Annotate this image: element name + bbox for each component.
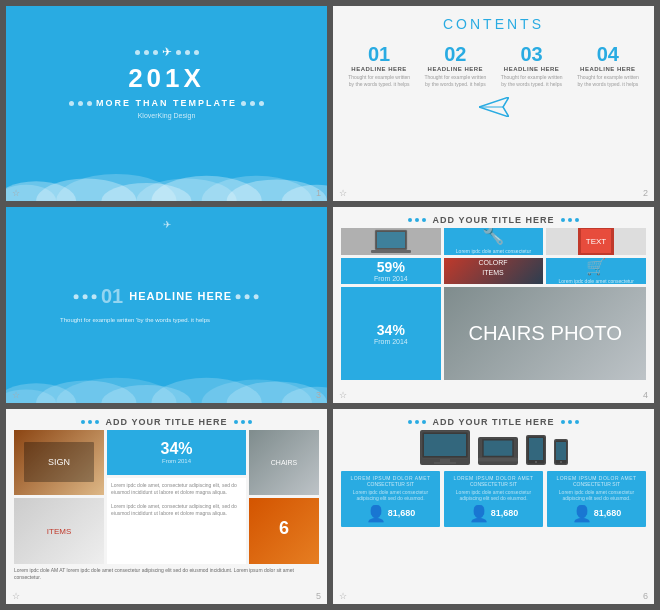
slides-grid: ✈ 201X MORE THAN TEMPLATE KloverKing Des… (0, 0, 660, 610)
deco-dot (422, 218, 426, 222)
stat-59-from: From 2014 (374, 275, 408, 282)
slide2-plane (343, 97, 644, 121)
slide3-dots: 01 HEADLINE HERE (30, 285, 303, 308)
dot (135, 50, 140, 55)
content-num-2: 02 (421, 44, 489, 64)
slide5-body-text: Lorem ipdc dole amet, consectetur adipis… (107, 478, 246, 564)
star-icon: ☆ (12, 390, 20, 400)
svg-text:ITEMS: ITEMS (47, 527, 71, 536)
svg-text:TEXT: TEXT (586, 237, 607, 246)
star-icon: ☆ (339, 188, 347, 198)
slide1-brand: KloverKing Design (6, 112, 327, 119)
shop-text: Lorem ipdc dole amet consectetur (555, 278, 636, 284)
content-desc-3: Thought for example written by the words… (498, 74, 566, 87)
content-headline-1: HEADLINE HERE (345, 66, 413, 72)
svg-text:SIGN: SIGN (48, 457, 70, 467)
deco-dot (415, 420, 419, 424)
slide5-middle-col: 34% From 2014 Lorem ipdc dole amet, cons… (107, 430, 246, 564)
deco-dot (575, 218, 579, 222)
stat2-label: LOREM IPSUM DOLOR AMET (448, 475, 539, 481)
slide4-img-shop: 🛒 Lorem ipdc dole amet consectetur (546, 258, 646, 284)
star-icon: ☆ (339, 390, 347, 400)
deco-dot (561, 218, 565, 222)
shop-icon: 🛒 (586, 258, 606, 277)
slide4-img-items: COLORF ITEMS (444, 258, 544, 284)
slide4-img-laptop (341, 228, 441, 254)
slide6-title: ADD YOUR TITLE HERE (433, 417, 555, 427)
content-item-1: 01 HEADLINE HERE Thought for example wri… (343, 40, 415, 91)
slide5-bottom-text: Lorem ipdc dole AM AT lorem ipdc dole am… (14, 567, 319, 581)
slide-4[interactable]: ADD YOUR TITLE HERE 🔧 Lorem ipdc dole am… (333, 207, 654, 402)
stat1-value: 81,680 (388, 508, 416, 518)
slide-2[interactable]: CONTENTS 01 HEADLINE HERE Thought for ex… (333, 6, 654, 201)
slide-3[interactable]: ✈ 01 HEADLINE HERE Thought for example w… (6, 207, 327, 402)
content-item-4: 04 HEADLINE HERE Thought for example wri… (572, 40, 644, 91)
deco-dot (88, 420, 92, 424)
stat2-value: 81,680 (491, 508, 519, 518)
slide4-title: ADD YOUR TITLE HERE (433, 215, 555, 225)
svg-rect-40 (483, 440, 512, 455)
slide5-img-num: 6 (249, 498, 319, 564)
dot (153, 50, 158, 55)
dot (92, 294, 97, 299)
slide1-title-area: ✈ 201X MORE THAN TEMPLATE KloverKing Des… (6, 41, 327, 119)
dot (245, 294, 250, 299)
slide5-stat-from: From 2014 (162, 458, 191, 464)
slide-number: 4 (643, 390, 648, 400)
stat1-sub: CONSECTETUR SIT (345, 481, 436, 487)
dot (144, 50, 149, 55)
stat3-label: LOREM IPSUM DOLOR AMET (551, 475, 642, 481)
svg-text:6: 6 (279, 518, 289, 538)
device-laptop (478, 437, 518, 465)
svg-rect-23 (371, 250, 411, 253)
svg-rect-38 (434, 462, 456, 464)
deco-dot (568, 218, 572, 222)
svg-text:COLORF: COLORF (479, 259, 508, 266)
slide6-stats-row: LOREM IPSUM DOLOR AMET CONSECTETUR SIT L… (341, 471, 646, 527)
dot (259, 101, 264, 106)
slide-number: 2 (643, 188, 648, 198)
slide4-image-grid: 🔧 Lorem ipdc dole amet consectetur adipi… (341, 228, 646, 379)
svg-rect-22 (377, 232, 405, 248)
stat2-sub: CONSECTETUR SIT (448, 481, 539, 487)
tools-text: Lorem ipdc dole amet consectetur adipisc… (444, 248, 544, 255)
slide4-img-stat-34: 34% From 2014 (341, 287, 441, 380)
person-icon: 👤 (469, 504, 489, 523)
slide5-main-content: SIGN ITEMS 34% From 2014 Lorem ipdc dole… (14, 430, 319, 564)
dot (176, 50, 181, 55)
deco-dot (561, 420, 565, 424)
content-num-1: 01 (345, 44, 413, 64)
dot (241, 101, 246, 106)
slide-5[interactable]: ADD YOUR TITLE HERE SIGN ITEMS (6, 409, 327, 604)
device-monitor (420, 430, 470, 465)
device-phone (554, 439, 568, 465)
content-headline-3: HEADLINE HERE (498, 66, 566, 72)
slide-number: 6 (643, 591, 648, 601)
slide3-content: 01 HEADLINE HERE Thought for example wri… (30, 285, 303, 324)
slide-6[interactable]: ADD YOUR TITLE HERE (333, 409, 654, 604)
svg-rect-43 (529, 438, 543, 460)
stat3-sub: CONSECTETUR SIT (551, 481, 642, 487)
slide2-title: CONTENTS (343, 16, 644, 32)
deco-dot (408, 420, 412, 424)
content-desc-1: Thought for example written by the words… (345, 74, 413, 87)
slide4-img-tools: 🔧 Lorem ipdc dole amet consectetur adipi… (444, 228, 544, 254)
svg-rect-46 (556, 442, 566, 460)
stat-34-from: From 2014 (374, 338, 408, 345)
stat3-value: 81,680 (594, 508, 622, 518)
slide5-img-chairs: CHAIRS (249, 430, 319, 496)
slide4-deco-dots: ADD YOUR TITLE HERE (341, 215, 646, 225)
slide5-title: ADD YOUR TITLE HERE (106, 417, 228, 427)
slide2-contents-grid: 01 HEADLINE HERE Thought for example wri… (343, 40, 644, 91)
slide5-left-col: SIGN ITEMS (14, 430, 104, 564)
star-icon: ☆ (12, 591, 20, 601)
deco-dot (95, 420, 99, 424)
deco-dot (248, 420, 252, 424)
stat1-icon-row: 👤 81,680 (345, 504, 436, 523)
content-desc-2: Thought for example written by the words… (421, 74, 489, 87)
deco-dot (234, 420, 238, 424)
stat2-desc: Lorem ipdc dole amet consectetur adipisc… (448, 489, 539, 502)
slide-1[interactable]: ✈ 201X MORE THAN TEMPLATE KloverKing Des… (6, 6, 327, 201)
slide6-stat-3: LOREM IPSUM DOLOR AMET CONSECTETUR SIT L… (547, 471, 646, 527)
stat1-desc: Lorem ipdc dole amet consectetur adipisc… (345, 489, 436, 502)
